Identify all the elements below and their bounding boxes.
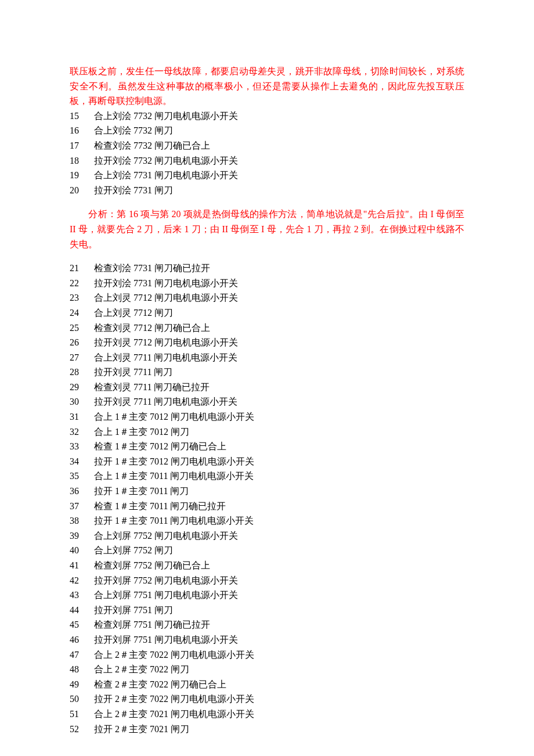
list-item: 34拉开 1＃主变 7012 闸刀电机电源小开关 bbox=[70, 454, 464, 469]
item-text: 拉开刘浍 7731 闸刀 bbox=[94, 183, 464, 198]
item-text: 拉开刘屏 7751 闸刀电机电源小开关 bbox=[94, 632, 464, 647]
item-text: 检查刘浍 7732 闸刀确已合上 bbox=[94, 138, 464, 153]
item-text: 拉开刘灵 7712 闸刀电机电源小开关 bbox=[94, 335, 464, 350]
item-number: 31 bbox=[70, 409, 94, 424]
item-number: 22 bbox=[70, 276, 94, 291]
item-number: 30 bbox=[70, 394, 94, 409]
list-item: 44拉开刘屏 7751 闸刀 bbox=[70, 603, 464, 618]
item-number: 38 bbox=[70, 513, 94, 528]
item-text: 拉开刘屏 7752 闸刀电机电源小开关 bbox=[94, 573, 464, 588]
list-item: 35合上 1＃主变 7011 闸刀电机电源小开关 bbox=[70, 469, 464, 484]
item-number: 51 bbox=[70, 707, 94, 722]
item-number: 49 bbox=[70, 677, 94, 692]
item-text: 拉开刘灵 7711 闸刀电机电源小开关 bbox=[94, 394, 464, 409]
item-text: 拉开刘浍 7732 闸刀电机电源小开关 bbox=[94, 153, 464, 168]
item-number: 26 bbox=[70, 335, 94, 350]
item-text: 拉开 1＃主变 7011 闸刀电机电源小开关 bbox=[94, 513, 464, 528]
item-number: 41 bbox=[70, 558, 94, 573]
list-item: 51合上 2＃主变 7021 闸刀电机电源小开关 bbox=[70, 707, 464, 722]
item-number: 43 bbox=[70, 588, 94, 603]
item-number: 45 bbox=[70, 617, 94, 632]
item-text: 检查 1＃主变 7011 闸刀确已拉开 bbox=[94, 499, 464, 514]
item-text: 检查刘浍 7731 闸刀确已拉开 bbox=[94, 261, 464, 276]
item-number: 39 bbox=[70, 528, 94, 543]
list-item: 26拉开刘灵 7712 闸刀电机电源小开关 bbox=[70, 335, 464, 350]
list-item: 43合上刘屏 7751 闸刀电机电源小开关 bbox=[70, 588, 464, 603]
item-text: 合上 1＃主变 7012 闸刀电机电源小开关 bbox=[94, 409, 464, 424]
item-text: 检查刘灵 7711 闸刀确已拉开 bbox=[94, 380, 464, 395]
item-number: 28 bbox=[70, 365, 94, 380]
item-text: 合上刘屏 7752 闸刀电机电源小开关 bbox=[94, 528, 464, 543]
item-number: 24 bbox=[70, 305, 94, 321]
list-item: 37检查 1＃主变 7011 闸刀确已拉开 bbox=[70, 499, 464, 514]
list-item: 24合上刘灵 7712 闸刀 bbox=[70, 305, 464, 321]
list-item: 39合上刘屏 7752 闸刀电机电源小开关 bbox=[70, 528, 464, 543]
item-text: 拉开刘浍 7731 闸刀电机电源小开关 bbox=[94, 276, 464, 291]
item-text: 检查刘屏 7752 闸刀确已合上 bbox=[94, 558, 464, 573]
item-text: 拉开 1＃主变 7011 闸刀 bbox=[94, 484, 464, 499]
item-text: 检查 1＃主变 7012 闸刀确已合上 bbox=[94, 439, 464, 454]
item-text: 合上刘屏 7752 闸刀 bbox=[94, 543, 464, 558]
item-text: 合上刘浍 7732 闸刀电机电源小开关 bbox=[94, 109, 464, 124]
item-text: 拉开 1＃主变 7012 闸刀电机电源小开关 bbox=[94, 454, 464, 469]
list-item: 30拉开刘灵 7711 闸刀电机电源小开关 bbox=[70, 394, 464, 409]
list-item: 41检查刘屏 7752 闸刀确已合上 bbox=[70, 558, 464, 573]
list-item: 36拉开 1＃主变 7011 闸刀 bbox=[70, 484, 464, 499]
item-text: 合上 1＃主变 7012 闸刀 bbox=[94, 424, 464, 440]
item-number: 32 bbox=[70, 424, 94, 440]
item-text: 合上刘屏 7751 闸刀电机电源小开关 bbox=[94, 588, 464, 603]
item-text: 合上 2＃主变 7021 闸刀电机电源小开关 bbox=[94, 707, 464, 722]
item-text: 合上刘浍 7732 闸刀 bbox=[94, 123, 464, 138]
list-item: 21检查刘浍 7731 闸刀确已拉开 bbox=[70, 261, 464, 276]
item-number: 46 bbox=[70, 632, 94, 647]
item-number: 36 bbox=[70, 484, 94, 499]
item-number: 17 bbox=[70, 138, 94, 153]
item-text: 拉开 2＃主变 7021 闸刀 bbox=[94, 722, 464, 737]
item-number: 18 bbox=[70, 153, 94, 168]
item-number: 50 bbox=[70, 692, 94, 707]
list-item: 27合上刘灵 7711 闸刀电机电源小开关 bbox=[70, 350, 464, 365]
item-number: 27 bbox=[70, 350, 94, 365]
item-number: 33 bbox=[70, 439, 94, 454]
item-number: 19 bbox=[70, 168, 94, 183]
item-number: 37 bbox=[70, 499, 94, 514]
list-item: 33检查 1＃主变 7012 闸刀确已合上 bbox=[70, 439, 464, 454]
list-item: 18拉开刘浍 7732 闸刀电机电源小开关 bbox=[70, 153, 464, 168]
item-text: 合上刘灵 7711 闸刀电机电源小开关 bbox=[94, 350, 464, 365]
list-item: 16合上刘浍 7732 闸刀 bbox=[70, 123, 464, 138]
item-number: 16 bbox=[70, 123, 94, 138]
list-item: 48合上 2＃主变 7022 闸刀 bbox=[70, 662, 464, 677]
document-page: 联压板之前，发生任一母线故障，都要启动母差失灵，跳开非故障母线，切除时间较长，对… bbox=[0, 0, 534, 756]
analysis-text: 分析：第 16 项与第 20 项就是热倒母线的操作方法，简单地说就是"先合后拉"… bbox=[70, 209, 464, 249]
item-number: 34 bbox=[70, 454, 94, 469]
item-text: 检查刘屏 7751 闸刀确已拉开 bbox=[94, 617, 464, 632]
analysis-paragraph: 分析：第 16 项与第 20 项就是热倒母线的操作方法，简单地说就是"先合后拉"… bbox=[70, 207, 464, 251]
list-item: 38拉开 1＃主变 7011 闸刀电机电源小开关 bbox=[70, 513, 464, 528]
item-text: 合上刘浍 7731 闸刀电机电源小开关 bbox=[94, 168, 464, 183]
list-item: 50拉开 2＃主变 7022 闸刀电机电源小开关 bbox=[70, 692, 464, 707]
list-item: 23合上刘灵 7712 闸刀电机电源小开关 bbox=[70, 290, 464, 305]
item-text: 合上 2＃主变 7022 闸刀电机电源小开关 bbox=[94, 647, 464, 663]
list-item: 49检查 2＃主变 7022 闸刀确已合上 bbox=[70, 677, 464, 692]
list-item: 15合上刘浍 7732 闸刀电机电源小开关 bbox=[70, 109, 464, 124]
item-text: 合上 1＃主变 7011 闸刀电机电源小开关 bbox=[94, 469, 464, 484]
item-number: 15 bbox=[70, 109, 94, 124]
list-item: 28拉开刘灵 7711 闸刀 bbox=[70, 365, 464, 380]
item-text: 合上刘灵 7712 闸刀电机电源小开关 bbox=[94, 290, 464, 305]
item-number: 47 bbox=[70, 647, 94, 663]
list-item: 20拉开刘浍 7731 闸刀 bbox=[70, 183, 464, 198]
item-number: 20 bbox=[70, 183, 94, 198]
item-number: 23 bbox=[70, 290, 94, 305]
items-block-a: 15合上刘浍 7732 闸刀电机电源小开关16合上刘浍 7732 闸刀17检查刘… bbox=[70, 109, 464, 198]
item-number: 44 bbox=[70, 603, 94, 618]
list-item: 19合上刘浍 7731 闸刀电机电源小开关 bbox=[70, 168, 464, 183]
item-number: 21 bbox=[70, 261, 94, 276]
list-item: 47合上 2＃主变 7022 闸刀电机电源小开关 bbox=[70, 647, 464, 663]
item-text: 拉开 2＃主变 7022 闸刀电机电源小开关 bbox=[94, 692, 464, 707]
item-text: 拉开刘灵 7711 闸刀 bbox=[94, 365, 464, 380]
item-text: 合上 2＃主变 7022 闸刀 bbox=[94, 662, 464, 677]
item-number: 35 bbox=[70, 469, 94, 484]
item-text: 合上刘灵 7712 闸刀 bbox=[94, 305, 464, 321]
list-item: 45检查刘屏 7751 闸刀确已拉开 bbox=[70, 617, 464, 632]
item-number: 48 bbox=[70, 662, 94, 677]
